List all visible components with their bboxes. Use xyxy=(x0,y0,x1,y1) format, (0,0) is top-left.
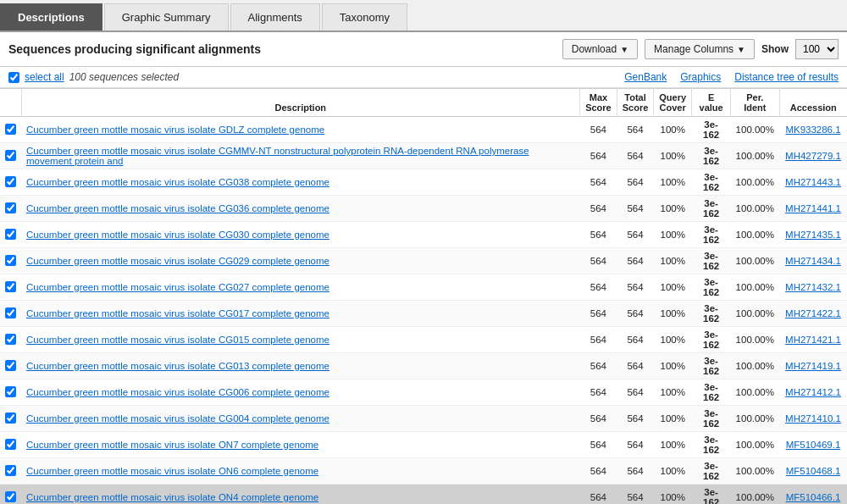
row-checkbox[interactable] xyxy=(5,281,16,292)
description-link[interactable]: Cucumber green mottle mosaic virus isola… xyxy=(26,125,324,135)
row-accession: MH271421.1 xyxy=(779,327,847,353)
description-link[interactable]: Cucumber green mottle mosaic virus isola… xyxy=(26,361,329,371)
row-checkbox[interactable] xyxy=(5,439,16,450)
row-per-ident: 100.00% xyxy=(731,143,779,169)
row-description: Cucumber green mottle mosaic virus isola… xyxy=(21,327,580,353)
row-max-score: 564 xyxy=(580,432,617,458)
row-description: Cucumber green mottle mosaic virus isola… xyxy=(21,248,580,274)
manage-columns-label: Manage Columns xyxy=(654,43,734,55)
row-checkbox[interactable] xyxy=(5,150,16,161)
row-checkbox[interactable] xyxy=(5,334,16,345)
description-link[interactable]: Cucumber green mottle mosaic virus isola… xyxy=(26,335,329,345)
row-total-score: 564 xyxy=(617,196,654,222)
row-accession: MF510468.1 xyxy=(779,458,847,485)
description-link[interactable]: Cucumber green mottle mosaic virus isola… xyxy=(26,146,529,166)
row-query-cover: 100% xyxy=(654,117,692,143)
row-max-score: 564 xyxy=(580,379,617,406)
row-per-ident: 100.00% xyxy=(731,379,779,406)
page-title: Sequences producing significant alignmen… xyxy=(8,42,261,56)
accession-link[interactable]: MH271410.1 xyxy=(785,413,841,424)
row-e-value: 3e-162 xyxy=(692,432,731,458)
accession-link[interactable]: MF510466.1 xyxy=(786,492,841,502)
description-link[interactable]: Cucumber green mottle mosaic virus isola… xyxy=(26,440,318,450)
show-select[interactable]: 100 50 20 xyxy=(795,39,839,59)
accession-link[interactable]: MH271435.1 xyxy=(785,230,841,240)
row-accession: MH271412.1 xyxy=(779,379,847,406)
accession-link[interactable]: MF510468.1 xyxy=(786,466,841,476)
tab-taxonomy[interactable]: Taxonomy xyxy=(322,3,407,30)
download-button[interactable]: Download ▼ xyxy=(562,39,638,59)
row-checkbox[interactable] xyxy=(5,491,16,502)
accession-link[interactable]: MH271422.1 xyxy=(785,308,841,318)
accession-link[interactable]: MH271443.1 xyxy=(785,177,841,187)
col-header-e-value: Evalue xyxy=(692,89,731,117)
accession-link[interactable]: MH271419.1 xyxy=(785,361,841,371)
row-accession: MH271441.1 xyxy=(779,196,847,222)
distance-tree-link[interactable]: Distance tree of results xyxy=(734,71,839,83)
description-link[interactable]: Cucumber green mottle mosaic virus isola… xyxy=(26,230,329,240)
row-checkbox[interactable] xyxy=(5,229,16,240)
description-link[interactable]: Cucumber green mottle mosaic virus isola… xyxy=(26,203,329,213)
accession-link[interactable]: MH271432.1 xyxy=(785,282,841,292)
table-row: Cucumber green mottle mosaic virus isola… xyxy=(0,222,847,248)
row-max-score: 564 xyxy=(580,248,617,274)
row-description: Cucumber green mottle mosaic virus isola… xyxy=(21,143,580,169)
accession-link[interactable]: MF510469.1 xyxy=(786,440,841,450)
row-max-score: 564 xyxy=(580,143,617,169)
row-checkbox[interactable] xyxy=(5,386,16,397)
accession-link[interactable]: MH271412.1 xyxy=(785,387,841,397)
accession-link[interactable]: MK933286.1 xyxy=(785,125,840,135)
description-link[interactable]: Cucumber green mottle mosaic virus isola… xyxy=(26,282,329,292)
row-per-ident: 100.00% xyxy=(731,248,779,274)
description-link[interactable]: Cucumber green mottle mosaic virus isola… xyxy=(26,256,329,266)
row-checkbox[interactable] xyxy=(5,413,16,424)
select-all-right: GenBank Graphics Distance tree of result… xyxy=(624,71,839,83)
description-link[interactable]: Cucumber green mottle mosaic virus isola… xyxy=(26,308,329,318)
row-e-value: 3e-162 xyxy=(692,196,731,222)
row-checkbox[interactable] xyxy=(5,176,16,187)
description-link[interactable]: Cucumber green mottle mosaic virus isola… xyxy=(26,466,318,476)
row-total-score: 564 xyxy=(617,274,654,301)
select-all-checkbox[interactable] xyxy=(8,72,19,83)
description-link[interactable]: Cucumber green mottle mosaic virus isola… xyxy=(26,413,329,424)
row-total-score: 564 xyxy=(617,432,654,458)
row-max-score: 564 xyxy=(580,327,617,353)
row-total-score: 564 xyxy=(617,327,654,353)
select-all-link[interactable]: select all xyxy=(25,71,64,83)
row-per-ident: 100.00% xyxy=(731,353,779,379)
select-all-row: select all 100 sequences selected GenBan… xyxy=(0,67,847,88)
row-checkbox[interactable] xyxy=(5,360,16,371)
row-max-score: 564 xyxy=(580,196,617,222)
tab-graphic-summary[interactable]: Graphic Summary xyxy=(104,3,229,30)
accession-link[interactable]: MH271441.1 xyxy=(785,203,841,213)
row-max-score: 564 xyxy=(580,458,617,485)
row-query-cover: 100% xyxy=(654,248,692,274)
header-actions: Download ▼ Manage Columns ▼ Show 100 50 … xyxy=(562,39,839,59)
row-total-score: 564 xyxy=(617,406,654,432)
manage-columns-button[interactable]: Manage Columns ▼ xyxy=(645,39,755,59)
genbank-link[interactable]: GenBank xyxy=(624,71,667,83)
row-checkbox[interactable] xyxy=(5,307,16,318)
row-e-value: 3e-162 xyxy=(692,485,731,505)
row-total-score: 564 xyxy=(617,143,654,169)
description-link[interactable]: Cucumber green mottle mosaic virus isola… xyxy=(26,177,329,187)
row-checkbox[interactable] xyxy=(5,255,16,266)
description-link[interactable]: Cucumber green mottle mosaic virus isola… xyxy=(26,387,329,397)
table-row: Cucumber green mottle mosaic virus isola… xyxy=(0,353,847,379)
row-checkbox[interactable] xyxy=(5,465,16,476)
row-checkbox[interactable] xyxy=(5,202,16,213)
row-e-value: 3e-162 xyxy=(692,222,731,248)
accession-link[interactable]: MH427279.1 xyxy=(785,151,841,161)
row-query-cover: 100% xyxy=(654,406,692,432)
row-max-score: 564 xyxy=(580,301,617,327)
header-row: Sequences producing significant alignmen… xyxy=(0,32,847,67)
accession-link[interactable]: MH271434.1 xyxy=(785,256,841,266)
tab-descriptions[interactable]: Descriptions xyxy=(0,3,102,30)
graphics-link[interactable]: Graphics xyxy=(680,71,721,83)
description-link[interactable]: Cucumber green mottle mosaic virus isola… xyxy=(26,492,318,502)
tab-alignments[interactable]: Alignments xyxy=(230,3,320,30)
col-header-query-cover: QueryCover xyxy=(654,89,692,117)
accession-link[interactable]: MH271421.1 xyxy=(785,335,841,345)
row-query-cover: 100% xyxy=(654,301,692,327)
row-checkbox[interactable] xyxy=(5,124,16,135)
